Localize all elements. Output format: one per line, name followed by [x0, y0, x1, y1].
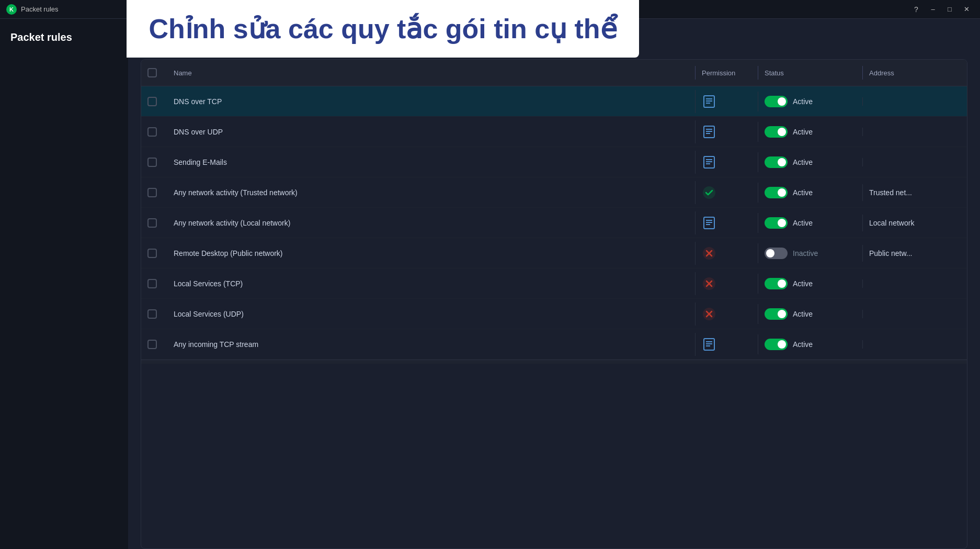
row-status: Active	[758, 274, 862, 294]
table-row[interactable]: Sending E-Mails Active	[141, 147, 967, 177]
row-checkbox-cell	[141, 214, 167, 232]
panel-header: Packet rules	[0, 19, 128, 54]
allow-icon	[702, 216, 716, 230]
table-row[interactable]: DNS over TCP Active	[141, 86, 967, 117]
allow-icon	[702, 155, 716, 170]
row-address: Public netw...	[862, 245, 967, 262]
row-permission	[695, 90, 758, 113]
row-status: Active	[758, 213, 862, 233]
table-row[interactable]: Local Services (UDP) Active	[141, 299, 967, 329]
close-button[interactable]: ✕	[959, 3, 974, 16]
row-address	[862, 128, 967, 136]
row-checkbox-cell	[141, 275, 167, 293]
row-status: Active	[758, 152, 862, 172]
table-row[interactable]: Local Services (TCP) Active	[141, 268, 967, 299]
row-address	[862, 279, 967, 288]
row-checkbox-cell	[141, 305, 167, 323]
row-status: Active	[758, 92, 862, 111]
table-row[interactable]: Any network activity (Trusted network) A…	[141, 177, 967, 208]
row-checkbox-cell	[141, 123, 167, 141]
row-checkbox-cell	[141, 244, 167, 262]
table-header: Name Permission Status Address	[141, 60, 967, 86]
title-bar-left: K Packet rules	[6, 4, 59, 15]
row-permission	[695, 333, 758, 356]
status-toggle[interactable]	[765, 187, 788, 198]
status-label: Active	[793, 97, 813, 106]
header-checkbox[interactable]	[147, 68, 157, 77]
status-toggle[interactable]	[765, 126, 788, 138]
row-checkbox[interactable]	[147, 279, 157, 288]
row-checkbox[interactable]	[147, 309, 157, 319]
row-checkbox[interactable]	[147, 188, 157, 197]
row-name: Sending E-Mails	[167, 154, 695, 171]
row-permission	[695, 211, 758, 234]
deny-icon	[702, 276, 716, 291]
main-content: Packet rules Chỉnh sửa các quy tắc gói t…	[0, 19, 980, 549]
row-checkbox[interactable]	[147, 218, 157, 228]
status-toggle[interactable]	[765, 248, 788, 259]
row-permission	[695, 151, 758, 174]
status-label: Active	[793, 340, 813, 349]
row-status: Inactive	[758, 243, 862, 263]
status-toggle[interactable]	[765, 156, 788, 168]
status-label: Inactive	[793, 249, 818, 257]
row-status: Active	[758, 334, 862, 354]
row-status: Active	[758, 304, 862, 324]
row-permission	[695, 302, 758, 326]
status-toggle[interactable]	[765, 308, 788, 320]
row-permission	[695, 272, 758, 295]
help-button[interactable]: ?	[909, 3, 924, 16]
maximize-button[interactable]: □	[942, 3, 957, 16]
row-checkbox[interactable]	[147, 127, 157, 137]
table-body: DNS over TCP ActiveDNS over UDP ActiveSe…	[141, 86, 967, 360]
row-checkbox[interactable]	[147, 97, 157, 106]
title-bar-controls: ? – □ ✕	[909, 3, 974, 16]
check-icon	[702, 185, 716, 200]
row-address: Local network	[862, 215, 967, 231]
row-permission	[695, 181, 758, 204]
deny-icon	[702, 246, 716, 261]
row-checkbox[interactable]	[147, 158, 157, 167]
row-checkbox[interactable]	[147, 249, 157, 258]
row-checkbox-cell	[141, 184, 167, 201]
overlay-banner: Chỉnh sửa các quy tắc gói tin cụ thể	[127, 0, 639, 58]
deny-icon	[702, 307, 716, 321]
row-checkbox[interactable]	[147, 340, 157, 349]
status-label: Active	[793, 279, 813, 288]
th-name: Name	[167, 66, 695, 80]
allow-icon	[702, 94, 716, 109]
th-address: Address	[862, 66, 967, 80]
table-container: Name Permission Status Address DNS over …	[141, 59, 967, 549]
status-toggle[interactable]	[765, 96, 788, 107]
table-row[interactable]: Remote Desktop (Public network) Inactive…	[141, 238, 967, 268]
table-row[interactable]: Any incoming TCP stream Active	[141, 329, 967, 360]
panel-title: Packet rules	[10, 31, 118, 43]
row-status: Active	[758, 122, 862, 142]
minimize-button[interactable]: –	[926, 3, 940, 16]
status-toggle[interactable]	[765, 278, 788, 289]
th-permission: Permission	[695, 66, 758, 80]
row-address	[862, 310, 967, 318]
th-checkbox	[141, 66, 167, 80]
banner-text: Chỉnh sửa các quy tắc gói tin cụ thể	[149, 13, 617, 44]
left-panel: Packet rules	[0, 19, 128, 549]
status-label: Active	[793, 128, 813, 136]
allow-icon	[702, 125, 716, 139]
allow-icon	[702, 337, 716, 352]
app-icon: K	[6, 4, 17, 15]
row-name: DNS over TCP	[167, 93, 695, 110]
status-toggle[interactable]	[765, 217, 788, 229]
row-name: Any network activity (Local network)	[167, 215, 695, 231]
th-status: Status	[758, 66, 862, 80]
table-row[interactable]: Any network activity (Local network) Act…	[141, 208, 967, 238]
scroll-track	[141, 360, 967, 364]
row-name: Any incoming TCP stream	[167, 336, 695, 353]
status-toggle[interactable]	[765, 339, 788, 350]
row-permission	[695, 120, 758, 143]
row-name: Local Services (TCP)	[167, 275, 695, 292]
status-label: Active	[793, 310, 813, 318]
row-checkbox-cell	[141, 93, 167, 110]
row-address	[862, 97, 967, 106]
status-label: Active	[793, 188, 813, 197]
table-row[interactable]: DNS over UDP Active	[141, 117, 967, 147]
